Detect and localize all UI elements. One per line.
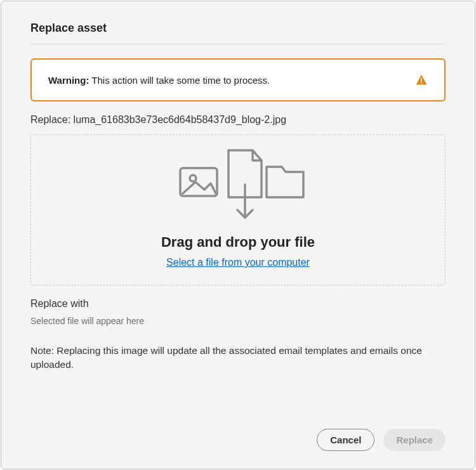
dialog-actions: Cancel Replace <box>30 414 446 451</box>
warning-banner: Warning: This action will take some time… <box>30 58 446 101</box>
dropzone-illustration <box>44 147 432 223</box>
replace-filename-label: Replace: luma_61683b3e73ec6d64b58437d9_b… <box>30 114 446 126</box>
select-file-link[interactable]: Select a file from your computer <box>166 257 310 268</box>
file-dropzone[interactable]: Drag and drop your file Select a file fr… <box>30 134 446 285</box>
replace-with-label: Replace with <box>30 298 446 310</box>
cancel-button[interactable]: Cancel <box>317 429 374 451</box>
svg-rect-1 <box>421 82 422 84</box>
svg-rect-0 <box>421 78 422 82</box>
selected-file-placeholder: Selected file will appear here <box>30 316 446 326</box>
dialog-title: Replace asset <box>30 22 446 44</box>
warning-text: Warning: This action will take some time… <box>48 75 270 86</box>
replace-asset-dialog: Replace asset Warning: This action will … <box>1 1 475 469</box>
warning-prefix: Warning: <box>48 75 89 86</box>
note-text: Note: Replacing this image will update a… <box>30 344 446 372</box>
replace-filename: luma_61683b3e73ec6d64b58437d9_blog-2.jpg <box>74 114 286 125</box>
svg-point-3 <box>190 175 196 181</box>
warning-message: This action will take some time to proce… <box>91 75 270 86</box>
dropzone-title: Drag and drop your file <box>44 234 432 251</box>
replace-button[interactable]: Replace <box>383 429 446 451</box>
warning-icon <box>415 74 428 86</box>
replace-label-prefix: Replace: <box>30 114 70 125</box>
